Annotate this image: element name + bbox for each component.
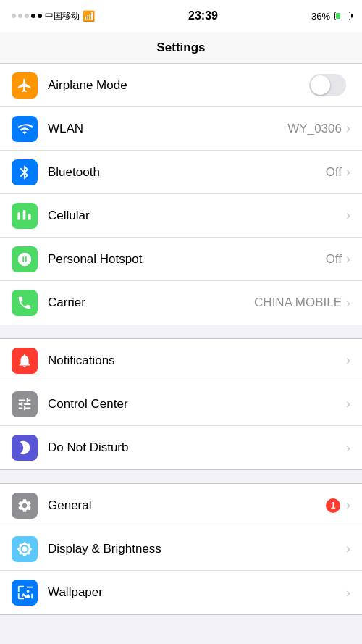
row-bluetooth[interactable]: Bluetooth Off ›	[0, 151, 362, 194]
hotspot-label: Personal Hotspot	[48, 252, 326, 267]
dot5	[38, 14, 42, 18]
section-network: Airplane Mode WLAN WY_0306 › Bluetooth O…	[0, 64, 362, 325]
row-carrier[interactable]: Carrier CHINA MOBILE ›	[0, 281, 362, 325]
wifi-icon: 📶	[83, 10, 95, 22]
nav-bar: Settings	[0, 32, 362, 64]
section-notifications: Notifications › Control Center › Do Not …	[0, 338, 362, 470]
row-notifications[interactable]: Notifications ›	[0, 339, 362, 382]
row-wallpaper[interactable]: Wallpaper ›	[0, 571, 362, 614]
row-display-brightness[interactable]: Display & Brightness ›	[0, 527, 362, 571]
status-left: 中国移动 📶	[12, 10, 95, 22]
wallpaper-icon	[12, 580, 38, 606]
battery-icon	[334, 12, 350, 20]
wlan-icon	[12, 116, 38, 142]
general-chevron: ›	[346, 498, 350, 513]
wlan-chevron: ›	[346, 121, 350, 136]
cellular-icon	[12, 203, 38, 229]
hotspot-svg	[17, 251, 33, 267]
control-center-label: Control Center	[48, 397, 346, 411]
control-center-chevron: ›	[346, 396, 350, 411]
toggle-knob	[311, 75, 330, 95]
carrier-label-row: Carrier	[48, 296, 254, 310]
status-time: 23:39	[188, 9, 218, 22]
gear-svg	[17, 498, 33, 514]
carrier-icon	[12, 290, 38, 316]
row-airplane-mode[interactable]: Airplane Mode	[0, 64, 362, 107]
wlan-value: WY_0306	[287, 122, 342, 136]
battery-fill	[336, 13, 340, 19]
control-center-icon	[12, 391, 38, 417]
status-bar: 中国移动 📶 23:39 36%	[0, 0, 362, 32]
row-wlan[interactable]: WLAN WY_0306 ›	[0, 107, 362, 151]
hotspot-value: Off	[326, 252, 342, 267]
bluetooth-icon	[12, 159, 38, 185]
wallpaper-chevron: ›	[346, 585, 350, 601]
hotspot-chevron: ›	[346, 251, 350, 267]
display-brightness-chevron: ›	[346, 541, 350, 556]
bluetooth-value: Off	[326, 165, 342, 180]
do-not-disturb-label: Do Not Disturb	[48, 440, 346, 455]
airplane-mode-label: Airplane Mode	[48, 78, 309, 93]
nav-title: Settings	[156, 41, 205, 55]
wallpaper-label: Wallpaper	[48, 585, 346, 600]
moon-svg	[17, 440, 33, 456]
general-label: General	[48, 498, 326, 513]
wifi-svg	[17, 121, 33, 137]
dot4	[31, 14, 35, 18]
wallpaper-svg	[17, 585, 33, 601]
carrier-value: CHINA MOBILE	[254, 296, 342, 310]
display-brightness-icon	[12, 536, 38, 562]
status-right: 36%	[311, 11, 350, 22]
airplane-svg	[17, 78, 33, 93]
dot3	[25, 14, 29, 18]
dot1	[12, 14, 16, 18]
notifications-icon	[12, 348, 38, 374]
row-cellular[interactable]: Cellular ›	[0, 194, 362, 238]
bluetooth-svg	[17, 164, 33, 180]
display-brightness-label: Display & Brightness	[48, 542, 346, 556]
bluetooth-chevron: ›	[346, 164, 350, 180]
do-not-disturb-icon	[12, 435, 38, 461]
settings-content: Airplane Mode WLAN WY_0306 › Bluetooth O…	[0, 64, 362, 615]
notifications-svg	[17, 353, 33, 369]
section-general: General 1 › Display & Brightness › Wallp…	[0, 483, 362, 615]
cellular-chevron: ›	[346, 208, 350, 223]
airplane-mode-toggle[interactable]	[309, 74, 346, 96]
general-icon	[12, 493, 38, 519]
hotspot-icon	[12, 246, 38, 272]
carrier-chevron: ›	[346, 296, 350, 311]
wlan-label: WLAN	[48, 122, 287, 136]
cellular-svg	[17, 208, 33, 224]
row-general[interactable]: General 1 ›	[0, 484, 362, 527]
bluetooth-label: Bluetooth	[48, 165, 326, 180]
carrier-label: 中国移动	[45, 10, 80, 22]
brightness-svg	[17, 541, 33, 557]
airplane-mode-icon	[12, 72, 38, 99]
do-not-disturb-chevron: ›	[346, 440, 350, 456]
cellular-label: Cellular	[48, 209, 346, 223]
notifications-chevron: ›	[346, 353, 350, 368]
notifications-label: Notifications	[48, 354, 346, 368]
signal-dots	[12, 14, 42, 18]
phone-svg	[17, 295, 33, 311]
battery-percent: 36%	[311, 11, 330, 22]
row-personal-hotspot[interactable]: Personal Hotspot Off ›	[0, 238, 362, 281]
row-control-center[interactable]: Control Center ›	[0, 382, 362, 426]
dot2	[18, 14, 22, 18]
general-badge: 1	[326, 498, 340, 513]
row-do-not-disturb[interactable]: Do Not Disturb ›	[0, 426, 362, 469]
control-center-svg	[17, 396, 33, 412]
